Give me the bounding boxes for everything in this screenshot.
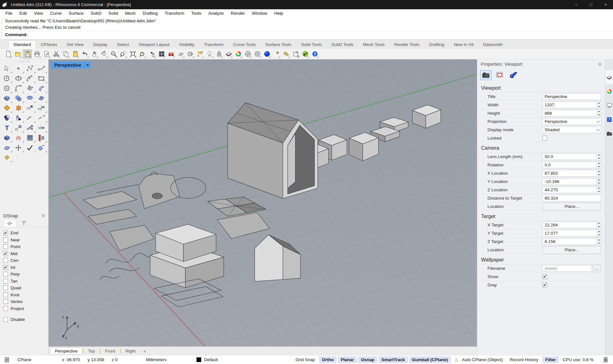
field-z-location[interactable]: 44.275 (542, 186, 597, 193)
checkbox[interactable] (3, 244, 8, 249)
panel-drag-handle[interactable] (1, 19, 3, 35)
tool-extend-curve-button[interactable] (36, 113, 47, 123)
checkbox[interactable] (3, 238, 8, 242)
checkbox-gray[interactable]: ✔ (542, 283, 547, 287)
viewport-tab-perspective[interactable]: Perspective (50, 347, 82, 355)
zoom-window-button[interactable] (119, 49, 127, 58)
checkbox-locked[interactable] (542, 136, 547, 140)
status-pane-planar[interactable]: Planar (338, 356, 357, 363)
field-width[interactable]: 1337 (542, 102, 597, 108)
viewport-layout-button[interactable] (157, 49, 166, 58)
tool-control-point-curve-button[interactable] (24, 64, 36, 73)
field-filename[interactable]: (none) (542, 265, 592, 272)
tool-ellipse-button[interactable] (12, 73, 24, 83)
field-x-location[interactable]: 67.802 (542, 170, 597, 177)
panel-tab-camera[interactable] (605, 126, 613, 140)
open-file-button[interactable] (13, 49, 22, 58)
scene-trimmed-surface[interactable] (139, 172, 206, 209)
tool-plane-button[interactable] (1, 143, 12, 153)
tool-patch-button[interactable] (24, 83, 36, 93)
ribbon-tab-subd-tools[interactable]: SubD Tools (326, 41, 358, 49)
viewport-tab-right[interactable]: Right (121, 348, 140, 354)
rotate-view-button[interactable] (100, 49, 108, 58)
field-z-target[interactable]: 6.156 (542, 238, 597, 245)
viewport-title-label[interactable]: Perspective (51, 62, 84, 69)
ribbon-tab-datasmith[interactable]: Datasmith (478, 41, 507, 49)
tool-sketch-button[interactable] (36, 64, 47, 73)
checkbox-show[interactable]: ✔ (542, 274, 547, 279)
checkbox[interactable] (3, 279, 8, 284)
status-pane-osnap[interactable]: Osnap (358, 356, 377, 363)
ribbon-tab-display[interactable]: Display (88, 41, 112, 49)
tool-select-button[interactable] (1, 64, 12, 73)
osnap-tab-osnap-target[interactable] (3, 219, 17, 227)
checkbox[interactable] (3, 299, 8, 304)
ribbon-tab-cplanes[interactable]: CPlanes (36, 41, 62, 49)
wireframe-view-button[interactable] (253, 49, 262, 58)
menu-help[interactable]: Help (271, 10, 287, 16)
options-button[interactable] (282, 49, 290, 58)
tool-check-button[interactable] (24, 143, 36, 153)
browse-button[interactable]: ... (593, 265, 601, 272)
spinner-width[interactable] (597, 101, 601, 109)
status-pane-auto-cplane-object[interactable]: Auto CPlane (Object) (459, 356, 506, 363)
ribbon-tab-transform[interactable]: Transform (199, 41, 228, 49)
scene-stacked-boxes[interactable] (150, 224, 224, 288)
save-file-button[interactable] (23, 49, 32, 58)
tool-trim-button[interactable] (24, 103, 36, 113)
checkbox[interactable] (3, 317, 8, 322)
checkbox[interactable]: ✔ (3, 251, 8, 256)
undo-view-button[interactable] (148, 49, 156, 58)
status-pane-grid-snap[interactable]: Grid Snap (293, 356, 318, 363)
osnap-option-project[interactable]: Project (3, 305, 48, 312)
tool-polygon-button[interactable] (1, 83, 12, 93)
tool-solid-cube-button[interactable] (1, 133, 12, 143)
status-pane-ortho[interactable]: Ortho (319, 356, 337, 363)
osnap-option-end[interactable]: ✔End (3, 230, 48, 237)
scene-plane-tilted[interactable] (217, 212, 270, 239)
construction-axis-button[interactable] (186, 49, 195, 58)
gear-icon[interactable] (41, 213, 46, 218)
field-title[interactable]: Perspective (542, 93, 601, 100)
zoom-dynamic-button[interactable] (109, 49, 118, 58)
tool-grid-array-button[interactable] (24, 133, 36, 143)
pan-view-button[interactable] (90, 49, 99, 58)
field-rotation[interactable]: 0.0 (542, 162, 597, 168)
minimize-button[interactable]: – (569, 0, 584, 9)
tool-torus-button[interactable] (24, 93, 36, 103)
tool-boolean-button[interactable] (1, 113, 12, 123)
panel-tab-help-box[interactable]: ? (605, 112, 613, 126)
osnap-option-near[interactable]: Near (3, 237, 48, 244)
location-place-button[interactable]: Place... (542, 246, 601, 254)
osnap-option-vertex[interactable]: Vertex (3, 298, 48, 305)
field-height[interactable]: 888 (542, 110, 597, 117)
tool-scale-button[interactable] (12, 123, 24, 133)
osnap-option-point[interactable]: Point (3, 243, 48, 250)
print-button[interactable] (33, 49, 41, 58)
tool-blend-curve-button[interactable] (24, 113, 36, 123)
menu-view[interactable]: View (30, 10, 47, 16)
close-button[interactable]: × (598, 0, 613, 9)
menu-tools[interactable]: Tools (188, 10, 205, 16)
tool-sweep-button[interactable] (36, 83, 47, 93)
field-lens-length-mm[interactable]: 50.0 (542, 153, 597, 160)
gear-icon[interactable] (597, 62, 602, 67)
menu-subd[interactable]: SubD (87, 10, 105, 16)
color-wheel-button[interactable] (234, 49, 242, 58)
cplane-button[interactable] (176, 49, 185, 58)
command-prompt-input[interactable]: Command: (0, 31, 613, 39)
ribbon-tab-viewport-layout[interactable]: Viewport Layout (134, 41, 174, 49)
tool-orient-button[interactable] (36, 143, 47, 153)
viewport-tab-top[interactable]: Top (84, 348, 100, 354)
menu-solid[interactable]: Solid (105, 10, 121, 16)
layers-button[interactable] (224, 49, 233, 58)
tool-move-button[interactable] (12, 143, 24, 153)
viewport-canvas[interactable] (49, 59, 477, 346)
osnap-option-cen[interactable]: Cen (3, 257, 48, 264)
tool-diamond-button[interactable] (1, 153, 12, 163)
render-button[interactable] (263, 49, 271, 58)
ribbon-tab-curve-tools[interactable]: Curve Tools (228, 41, 261, 49)
paste-button[interactable] (71, 49, 80, 58)
checkbox[interactable] (3, 292, 8, 297)
spinner-x-location[interactable] (597, 170, 601, 177)
